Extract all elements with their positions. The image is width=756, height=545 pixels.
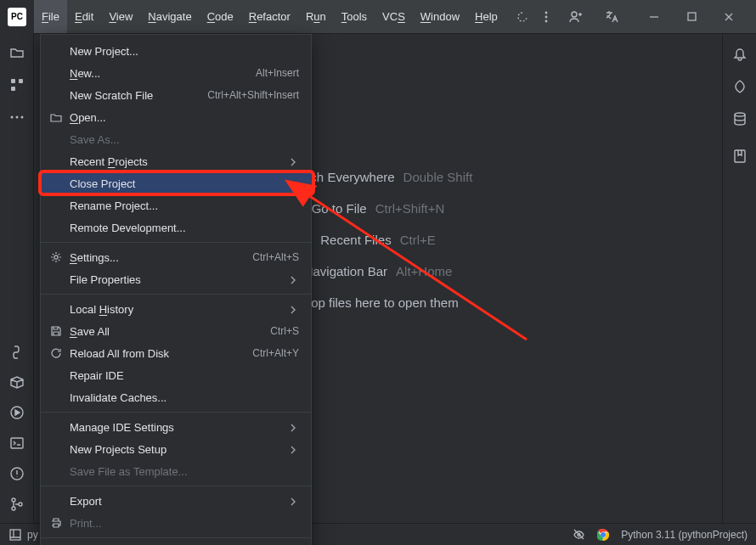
window-maximize[interactable]	[673, 0, 710, 34]
svg-rect-12	[11, 438, 23, 448]
menu-item-label: Settings...	[70, 251, 119, 264]
database-icon[interactable]	[731, 110, 748, 127]
file-menu-dropdown[interactable]: New Project...New...Alt+InsertNew Scratc…	[40, 34, 312, 545]
menu-item-label: Save As...	[70, 133, 120, 146]
python-console-icon[interactable]	[8, 343, 25, 360]
file-menu-save-all[interactable]: Save AllCtrl+S	[41, 320, 311, 342]
menubar-item-window[interactable]: Window	[413, 0, 467, 33]
hint-label: Recent Files	[320, 232, 391, 246]
menubar-item-file[interactable]: File	[34, 0, 67, 33]
file-menu-save-as: Save As...	[41, 128, 311, 150]
window-close[interactable]	[710, 0, 748, 34]
chevron-right-icon	[289, 496, 299, 506]
menu-item-label: Repair IDE	[70, 369, 124, 382]
svg-point-1	[544, 15, 547, 18]
menubar[interactable]: FileEditViewNavigateCodeRefactorRunTools…	[34, 0, 505, 33]
svg-rect-18	[735, 150, 745, 162]
chevron-right-icon	[289, 304, 299, 314]
menu-item-label: Local History	[70, 303, 133, 316]
file-menu-new-project[interactable]: New Project...	[41, 40, 311, 62]
svg-point-0	[544, 11, 547, 14]
services-icon[interactable]	[8, 404, 25, 421]
build-icon[interactable]	[511, 5, 534, 29]
file-menu-close-project[interactable]: Close Project	[41, 172, 311, 194]
menubar-item-navigate[interactable]: Navigate	[140, 0, 199, 33]
file-menu-rename-project[interactable]: Rename Project...	[41, 194, 311, 216]
menubar-item-refactor[interactable]: Refactor	[241, 0, 298, 33]
gear-icon	[49, 250, 63, 264]
menubar-item-code[interactable]: Code	[200, 0, 241, 33]
menu-item-label: Export	[70, 495, 102, 508]
menu-item-label: Close Project	[70, 177, 135, 190]
menubar-item-tools[interactable]: Tools	[334, 0, 375, 33]
hint-shortcut: Ctrl+Shift+N	[375, 200, 445, 215]
window-minimize[interactable]	[635, 0, 673, 34]
file-menu-settings[interactable]: Settings...Ctrl+Alt+S	[41, 246, 311, 268]
more-icon[interactable]	[534, 5, 558, 29]
hint-label: Drop files here to open them	[297, 295, 458, 309]
file-menu-file-properties[interactable]: File Properties	[41, 268, 311, 290]
problems-icon[interactable]	[8, 465, 25, 482]
welcome-hints: Search EverywhereDouble ShiftGo to FileC…	[284, 169, 473, 309]
bookmark-icon[interactable]	[731, 148, 748, 165]
svg-rect-7	[11, 87, 15, 91]
file-menu-open[interactable]: Open...	[41, 106, 311, 128]
hint-shortcut: Double Shift	[403, 169, 473, 183]
menu-item-label: Rename Project...	[70, 199, 158, 212]
menu-separator	[41, 486, 311, 486]
svg-rect-5	[11, 79, 15, 83]
svg-point-10	[20, 116, 23, 119]
interpreter-label[interactable]: Python 3.11 (pythonProject)	[621, 529, 748, 541]
menu-item-label: Save File as Template...	[70, 465, 188, 478]
app-icon: PC	[0, 0, 34, 34]
more-tool-icon[interactable]	[8, 109, 25, 126]
svg-rect-6	[19, 79, 23, 83]
menubar-item-help[interactable]: Help	[467, 0, 505, 33]
project-filter-label[interactable]: py	[27, 529, 38, 541]
welcome-hint: Go to FileCtrl+Shift+N	[284, 200, 473, 215]
ai-assistant-icon[interactable]	[731, 78, 748, 95]
file-menu-recent-projects[interactable]: Recent Projects	[41, 150, 311, 172]
file-menu-remote-development[interactable]: Remote Development...	[41, 216, 311, 239]
structure-tool-icon[interactable]	[8, 76, 25, 93]
file-menu-new-scratch-file[interactable]: New Scratch FileCtrl+Alt+Shift+Insert	[41, 84, 311, 106]
menu-item-label: File Properties	[70, 273, 141, 286]
file-menu-export[interactable]: Export	[41, 490, 311, 512]
file-menu-new-projects-setup[interactable]: New Projects Setup	[41, 438, 311, 460]
tool-windows-icon[interactable]	[8, 528, 22, 542]
file-menu-power-save-mode[interactable]: Power Save Mode	[41, 542, 311, 545]
file-menu-new[interactable]: New...Alt+Insert	[41, 62, 311, 84]
menu-item-label: New Projects Setup	[70, 443, 166, 456]
indexing-off-icon[interactable]	[572, 528, 585, 542]
menu-item-shortcut: Alt+Insert	[256, 67, 299, 79]
menubar-item-run[interactable]: Run	[298, 0, 334, 33]
notifications-icon[interactable]	[731, 46, 748, 63]
welcome-hint: Recent FilesCtrl+E	[284, 232, 473, 246]
file-menu-print: Print...	[41, 512, 311, 534]
menu-item-label: Invalidate Caches...	[70, 391, 166, 404]
svg-point-9	[15, 116, 18, 119]
menubar-item-view[interactable]: View	[101, 0, 140, 33]
file-menu-save-file-as-template: Save File as Template...	[41, 460, 311, 482]
menubar-item-edit[interactable]: Edit	[67, 0, 101, 33]
chrome-icon[interactable]	[597, 529, 609, 541]
menu-item-label: New Scratch File	[70, 89, 153, 102]
file-menu-manage-ide-settings[interactable]: Manage IDE Settings	[41, 416, 311, 438]
vcs-icon[interactable]	[8, 496, 25, 513]
terminal-icon[interactable]	[8, 435, 25, 452]
account-icon[interactable]	[564, 5, 588, 29]
menubar-item-vcs[interactable]: VCS	[375, 0, 413, 33]
svg-point-16	[19, 503, 22, 506]
packages-icon[interactable]	[8, 374, 25, 390]
file-menu-local-history[interactable]: Local History	[41, 298, 311, 320]
folder-icon	[49, 110, 63, 124]
menu-item-label: Recent Projects	[70, 155, 148, 168]
menu-item-shortcut: Ctrl+Alt+Y	[252, 347, 299, 359]
file-menu-repair-ide[interactable]: Repair IDE	[41, 364, 311, 386]
file-menu-reload-all-from-disk[interactable]: Reload All from DiskCtrl+Alt+Y	[41, 342, 311, 364]
file-menu-invalidate-caches[interactable]: Invalidate Caches...	[41, 386, 311, 408]
left-toolbar	[0, 34, 34, 523]
translate-icon[interactable]	[600, 5, 623, 29]
chevron-right-icon	[289, 422, 299, 432]
project-tool-icon[interactable]	[8, 44, 25, 61]
